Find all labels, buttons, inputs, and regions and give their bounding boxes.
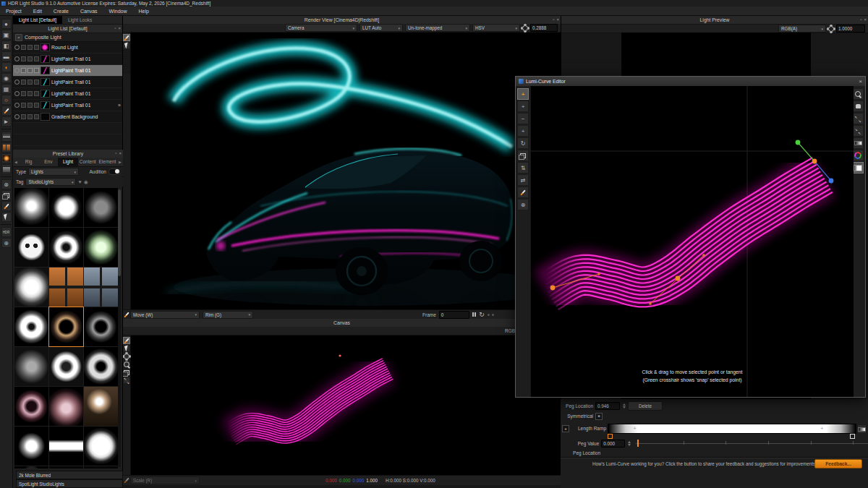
preset-thumbnail[interactable] <box>49 228 83 267</box>
link-checkbox[interactable] <box>21 68 26 73</box>
close-circle-icon[interactable]: ⊗ <box>517 199 529 210</box>
link-checkbox[interactable] <box>27 68 33 73</box>
canvas-viewport[interactable] <box>123 335 561 475</box>
preset-thumbnail[interactable] <box>84 307 118 346</box>
refresh-icon[interactable]: ↻ <box>479 311 485 318</box>
curve-preview-thumb[interactable] <box>852 162 864 174</box>
duplicate-icon[interactable] <box>1 190 12 200</box>
preset-thumbnail[interactable] <box>49 427 83 466</box>
wash-light-icon[interactable]: ◉ <box>1 73 12 83</box>
tab-light-looks[interactable]: Light Looks <box>62 16 98 24</box>
ramp-handle[interactable] <box>608 434 613 439</box>
link-checkbox[interactable] <box>27 80 33 85</box>
lightpaint-icon[interactable] <box>1 106 12 116</box>
link-checkbox[interactable] <box>27 114 33 119</box>
rim-dropdown[interactable]: Rim (G)▾ <box>203 311 253 319</box>
curve-canvas[interactable]: Click & drag to move selected point or t… <box>531 86 854 397</box>
dialog-title-bar[interactable]: Lumi-Curve Editor × <box>516 77 865 87</box>
hdr-icon[interactable]: HDR <box>1 227 12 237</box>
ramp-options-icon[interactable] <box>857 424 867 434</box>
visibility-icon[interactable]: ◉ <box>84 179 88 185</box>
link-checkbox[interactable] <box>21 114 26 119</box>
close-icon[interactable]: × <box>119 150 122 158</box>
pin-icon[interactable]: ▫ <box>553 16 554 24</box>
peg-value-field[interactable]: 0.000 <box>601 440 625 448</box>
link-checkbox[interactable] <box>27 91 33 96</box>
ring-light-icon[interactable]: ○ <box>1 95 12 105</box>
expand-icon[interactable]: + <box>562 425 569 432</box>
tonemap-dropdown[interactable]: Un-tone-mapped▾ <box>405 24 470 32</box>
visibility-icon[interactable] <box>14 114 20 119</box>
lut-dropdown[interactable]: LUT Auto▾ <box>359 24 403 32</box>
preset-thumbnail[interactable] <box>84 267 118 307</box>
paint-icon[interactable] <box>1 201 12 211</box>
camera-dropdown[interactable]: Camera▾ <box>285 24 357 32</box>
duplicate-icon[interactable] <box>517 150 529 161</box>
link-checkbox[interactable] <box>21 80 26 85</box>
screen-preset-icon[interactable] <box>1 164 12 174</box>
preset-scrollbar[interactable] <box>118 189 121 467</box>
preset-tab-env[interactable]: Env <box>38 158 58 166</box>
menu-edit[interactable]: Edit <box>27 9 48 14</box>
preset-thumbnail[interactable] <box>14 228 48 267</box>
sun-preset-icon[interactable] <box>1 153 12 163</box>
preset-thumbnail[interactable] <box>49 267 83 307</box>
ramp-marker[interactable]: + <box>634 426 637 431</box>
pin-icon[interactable]: ▫ <box>114 25 116 33</box>
zoom-region-icon[interactable] <box>852 125 864 137</box>
visibility-icon[interactable] <box>14 45 20 50</box>
favorite-icon[interactable]: ♥ <box>78 179 81 184</box>
menu-window[interactable]: Window <box>103 9 133 14</box>
rotate-icon[interactable]: ↻ <box>517 137 529 149</box>
flip-horizontal-icon[interactable]: ⇄ <box>517 174 529 186</box>
render-viewport[interactable] <box>123 33 561 309</box>
close-icon[interactable]: × <box>859 78 862 85</box>
projector-icon[interactable]: ► <box>1 116 12 127</box>
visibility-icon[interactable] <box>14 68 20 73</box>
preset-thumbnail[interactable] <box>14 307 48 346</box>
peg-location-spinner[interactable] <box>623 403 626 408</box>
link-checkbox[interactable] <box>27 56 33 61</box>
light-list-row[interactable]: LightPaint Trail 01 <box>13 88 122 100</box>
delete-point-icon[interactable]: − <box>517 113 529 124</box>
ramp-icon[interactable] <box>852 137 864 149</box>
menu-create[interactable]: Create <box>48 9 75 14</box>
paint-icon[interactable] <box>123 34 130 41</box>
visibility-icon[interactable] <box>14 56 20 61</box>
fit-view-icon[interactable] <box>852 113 864 124</box>
select-icon[interactable] <box>1 212 12 222</box>
round-light-icon[interactable]: ● <box>1 19 12 29</box>
preset-tab-content[interactable]: Content <box>78 158 98 166</box>
settings-icon[interactable] <box>123 353 130 360</box>
delete-icon[interactable]: ⊗ <box>1 179 12 189</box>
preview-mode-dropdown[interactable]: RGB(A)▾ <box>778 25 826 33</box>
globe-icon[interactable]: ⊕ <box>1 238 12 248</box>
preset-thumbnail[interactable] <box>84 188 118 227</box>
length-ramp[interactable]: ++ <box>608 424 856 434</box>
spot-light-icon[interactable]: ◖ <box>1 62 12 72</box>
link-checkbox[interactable] <box>21 91 26 96</box>
visibility-icon[interactable] <box>14 103 20 108</box>
feedback-button[interactable]: Feedback... <box>814 459 862 468</box>
link-checkbox[interactable] <box>34 80 39 85</box>
audition-toggle[interactable] <box>109 168 120 175</box>
preset-thumbnail[interactable] <box>49 466 83 468</box>
light-list-row[interactable]: LightPaint Trail 01 <box>13 77 122 88</box>
horizon-preset-icon[interactable] <box>1 132 12 142</box>
select-icon[interactable] <box>123 345 130 352</box>
light-list-row[interactable]: Gradient Background <box>13 111 122 123</box>
colorspace-dropdown[interactable]: HSV▾ <box>472 24 520 32</box>
close-icon[interactable]: × <box>118 25 121 33</box>
link-checkbox[interactable] <box>34 56 39 61</box>
preset-thumbnail[interactable] <box>84 347 118 386</box>
preset-thumbnail[interactable] <box>14 347 48 386</box>
preset-thumbnail[interactable] <box>14 466 48 468</box>
preset-thumbnail[interactable] <box>49 307 83 346</box>
window-preset-icon[interactable] <box>1 142 12 153</box>
gear-icon[interactable] <box>828 26 834 32</box>
link-checkbox[interactable] <box>34 45 39 50</box>
peg-value-spinner[interactable] <box>628 441 631 446</box>
link-checkbox[interactable] <box>27 45 33 50</box>
close-icon[interactable]: × <box>864 16 867 24</box>
link-checkbox[interactable] <box>21 56 26 61</box>
